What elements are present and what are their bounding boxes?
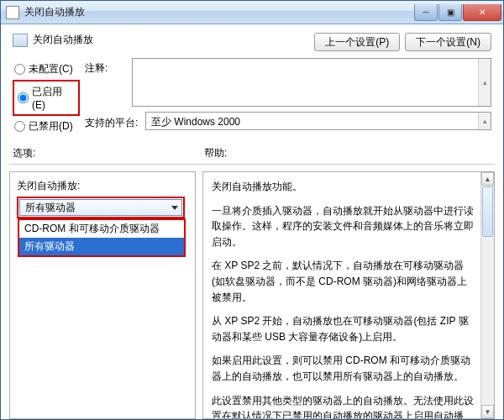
platform-value: 至少 Windows 2000 bbox=[151, 116, 240, 128]
help-p6: 此设置禁用其他类型的驱动器上的自动播放。无法使用此设置在默认情况下已禁用的自动播… bbox=[212, 393, 474, 418]
radio-not-configured[interactable]: 未配置(C) bbox=[13, 60, 80, 79]
radio-disabled-label: 已禁用(D) bbox=[29, 119, 73, 134]
page-title: 关闭自动播放 bbox=[33, 33, 93, 47]
help-p1: 关闭自动播放功能。 bbox=[212, 179, 474, 195]
drive-combobox-value: 所有驱动器 bbox=[25, 201, 76, 215]
options-header: 选项: bbox=[13, 146, 204, 160]
maximize-button[interactable]: ▣ bbox=[438, 4, 462, 21]
radio-disabled[interactable]: 已禁用(D) bbox=[13, 117, 80, 136]
platform-label: 支持的平台: bbox=[85, 113, 145, 130]
help-header: 帮助: bbox=[204, 146, 491, 160]
titlebar: 关闭自动播放 ─ ▣ ✕ bbox=[1, 1, 503, 24]
prev-setting-button[interactable]: 上一个设置(P) bbox=[314, 33, 400, 51]
radio-enabled-label: 已启用(E) bbox=[32, 85, 75, 111]
options-panel: 关闭自动播放: 所有驱动器 CD-ROM 和可移动介质驱动器 所有驱动器 bbox=[9, 171, 196, 419]
scroll-down-button[interactable]: ▼ bbox=[481, 405, 494, 418]
options-label: 关闭自动播放: bbox=[17, 179, 188, 193]
minimize-button[interactable]: ─ bbox=[414, 4, 438, 21]
platform-box: 至少 Windows 2000 ▴ bbox=[145, 112, 491, 130]
help-scrollbar[interactable]: ▲ ▼ bbox=[480, 172, 494, 418]
radio-enabled-input[interactable] bbox=[18, 92, 29, 103]
drive-option-all[interactable]: 所有驱动器 bbox=[19, 238, 184, 255]
radio-not-configured-input[interactable] bbox=[14, 64, 25, 75]
next-setting-button[interactable]: 下一个设置(N) bbox=[405, 33, 491, 51]
platform-scroll[interactable]: ▴ bbox=[478, 113, 491, 129]
comment-scroll[interactable]: ▴ bbox=[478, 59, 491, 106]
scroll-thumb[interactable] bbox=[482, 186, 493, 237]
help-text: 关闭自动播放功能。 一旦将介质插入驱动器，自动播放就开始从驱动器中进行读取操作。… bbox=[203, 172, 480, 418]
comment-textarea[interactable]: ▴ bbox=[132, 58, 491, 107]
drive-combobox[interactable]: 所有驱动器 CD-ROM 和可移动介质驱动器 所有驱动器 bbox=[17, 197, 185, 218]
chevron-down-icon bbox=[171, 206, 178, 210]
help-p2: 一旦将介质插入驱动器，自动播放就开始从驱动器中进行读取操作。这样，程序的安装文件… bbox=[212, 203, 474, 250]
close-button[interactable]: ✕ bbox=[463, 4, 501, 21]
window-icon bbox=[6, 6, 19, 19]
drive-combobox-dropdown: CD-ROM 和可移动介质驱动器 所有驱动器 bbox=[18, 218, 186, 257]
scroll-up-button[interactable]: ▲ bbox=[481, 172, 494, 186]
help-p4: 从 XP SP2 开始，自动播放也在可移动驱动器(包括 ZIP 驱动器和某些 U… bbox=[212, 313, 474, 344]
radio-enabled[interactable]: 已启用(E) bbox=[16, 82, 76, 113]
radio-disabled-input[interactable] bbox=[14, 121, 25, 132]
drive-option-cdrom[interactable]: CD-ROM 和可移动介质驱动器 bbox=[19, 220, 184, 238]
help-p3: 在 XP SP2 之前，默认情况下，自动播放在可移动驱动器(如软盘驱动器，而不是… bbox=[212, 258, 474, 305]
policy-icon bbox=[13, 34, 28, 47]
comment-label: 注释: bbox=[85, 58, 132, 76]
window-title: 关闭自动播放 bbox=[24, 5, 413, 19]
help-panel: 关闭自动播放功能。 一旦将介质插入驱动器，自动播放就开始从驱动器中进行读取操作。… bbox=[202, 171, 495, 419]
radio-not-configured-label: 未配置(C) bbox=[29, 62, 73, 76]
help-p5: 如果启用此设置，则可以禁用 CD-ROM 和可移动介质驱动器上的自动播放，也可以… bbox=[212, 353, 474, 384]
